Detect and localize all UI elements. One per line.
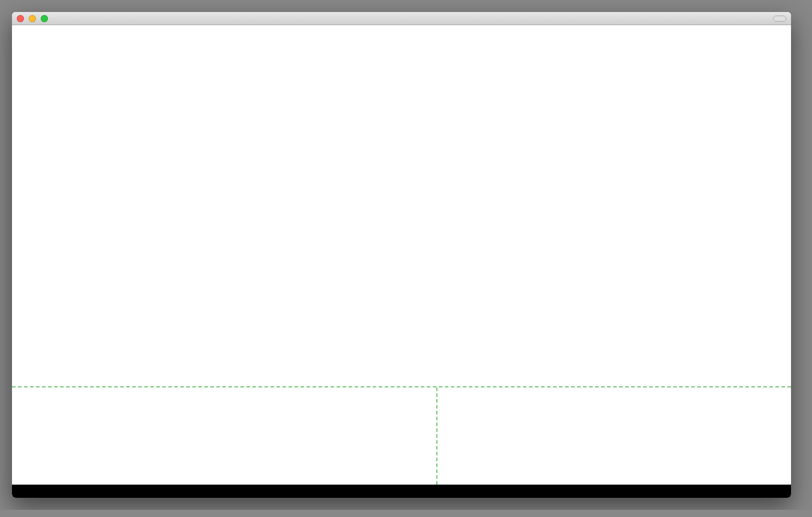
terminal-window bbox=[12, 12, 791, 498]
minimize-icon[interactable] bbox=[29, 15, 36, 22]
pane-left[interactable] bbox=[12, 387, 437, 485]
close-icon[interactable] bbox=[17, 15, 24, 22]
command-line[interactable] bbox=[12, 370, 791, 383]
titlebar[interactable] bbox=[12, 12, 791, 25]
traffic-lights bbox=[12, 15, 48, 22]
lower-split bbox=[12, 387, 791, 485]
tmux-statusbar bbox=[12, 485, 791, 498]
editor-pane[interactable] bbox=[12, 25, 791, 370]
maximize-icon[interactable] bbox=[41, 15, 48, 22]
toolbar-pill-icon[interactable] bbox=[773, 16, 786, 22]
pane-right[interactable] bbox=[437, 387, 791, 485]
terminal-content[interactable] bbox=[12, 25, 791, 498]
